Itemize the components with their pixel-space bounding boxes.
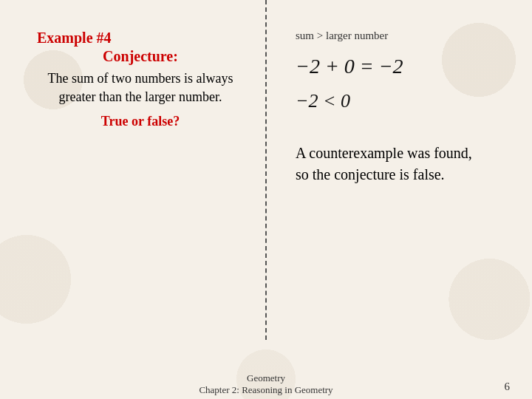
main-content: Example #4 Conjecture: The sum of two nu…	[0, 0, 532, 369]
conjecture-body: The sum of two numbers is always greater…	[37, 69, 244, 106]
example-title: Example #4	[37, 30, 244, 47]
question-text: True or false?	[37, 112, 244, 131]
equation-line1: −2 + 0 = −2	[296, 51, 466, 81]
equation-line2: −2 < 0	[296, 86, 399, 115]
page-number: 6	[505, 381, 511, 393]
conjecture-label: Conjecture:	[37, 48, 244, 65]
sum-label: sum > larger number	[296, 30, 510, 42]
left-panel: Example #4 Conjecture: The sum of two nu…	[0, 0, 266, 369]
svg-text:−2 + 0 = −2: −2 + 0 = −2	[296, 55, 403, 78]
vertical-divider	[265, 0, 267, 340]
slide: Example #4 Conjecture: The sum of two nu…	[0, 0, 532, 399]
footer: Geometry Chapter 2: Reasoning in Geometr…	[0, 369, 532, 399]
counterexample-text: A counterexample was found, so the conje…	[296, 143, 510, 185]
right-panel: sum > larger number −2 + 0 = −2 −2 < 0 A…	[266, 0, 532, 369]
svg-text:−2 < 0: −2 < 0	[296, 90, 350, 112]
footer-text: Geometry Chapter 2: Reasoning in Geometr…	[199, 372, 332, 396]
